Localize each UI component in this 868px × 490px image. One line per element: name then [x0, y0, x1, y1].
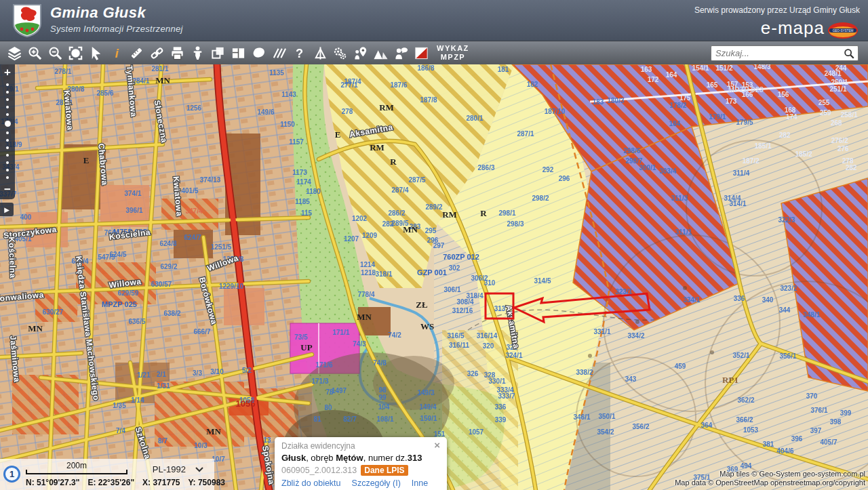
feedback-button[interactable]	[392, 44, 410, 62]
map-label: 276/2	[831, 137, 848, 144]
status-bar: 200m PL-1992 N: 51°09'27.3" E: 22°35'26"…	[0, 459, 214, 490]
map-label: 5/2	[242, 367, 252, 374]
map-viewport[interactable]: 79/1172/4318/9343/4337/7278/1280/8287/12…	[0, 64, 868, 490]
measure-button[interactable]	[127, 44, 146, 62]
streetview-button[interactable]	[189, 44, 207, 62]
map-label: 171/1	[332, 329, 349, 336]
map-label: 362/2	[737, 396, 754, 404]
zoom-level-dot[interactable]	[6, 154, 9, 157]
map-label: 333/7	[498, 392, 515, 400]
zoom-out-button[interactable]: −	[4, 184, 11, 195]
map-label: 346/1	[573, 413, 590, 421]
map-label: 292	[542, 166, 554, 173]
map-label: E	[83, 155, 90, 165]
zoom-level-dot[interactable]	[6, 91, 9, 94]
settings-button[interactable]	[331, 44, 349, 62]
svg-text:?: ?	[296, 47, 303, 60]
map-label: 381	[763, 441, 774, 448]
popup-title: Działka ewidencyjna	[281, 441, 355, 451]
map-label: 340	[762, 296, 774, 304]
map-label: 298/6	[623, 147, 640, 155]
map-label: 1053	[743, 426, 759, 434]
zoom-level-dot[interactable]	[6, 131, 9, 134]
map-label: 187/6	[390, 81, 407, 89]
zoom-in-button[interactable]	[26, 44, 44, 62]
wykaz-mpzp-button[interactable]: WYKAZ MPZP	[437, 44, 469, 61]
map-label: 347/4	[185, 207, 202, 215]
hatch-icon	[271, 45, 287, 61]
pointer-button[interactable]	[87, 44, 105, 62]
map-label: RM	[442, 209, 457, 220]
search-input[interactable]	[711, 48, 843, 58]
terrain-icon	[373, 45, 389, 61]
map-label: 181	[498, 66, 509, 73]
zoom-in-button[interactable]: +	[4, 67, 11, 78]
hatch-lines-button[interactable]	[270, 44, 288, 62]
map-label: 1057	[469, 428, 484, 436]
map-label: 666/7	[193, 328, 210, 335]
map-label: 400	[20, 213, 32, 221]
lpis-badge[interactable]: Dane LPIS	[361, 465, 408, 476]
zoom-level-dot[interactable]	[6, 169, 9, 171]
panel-expand-arrow-icon[interactable]: ▶	[0, 203, 14, 216]
map-label: 323/2	[780, 285, 797, 292]
map-label: 179/5	[736, 119, 753, 126]
zoom-level-dot[interactable]	[5, 121, 11, 127]
map-label: 404/6	[776, 447, 793, 455]
pointer-icon	[88, 45, 104, 61]
map-label: 331/1	[593, 328, 610, 335]
zoom-level-dot[interactable]	[6, 113, 9, 116]
map-label: 760ZP 012	[443, 253, 479, 261]
popup-link[interactable]: Inne	[412, 478, 428, 488]
service-note: Serwis prowadzony przez Urząd Gminy Głus…	[694, 5, 860, 15]
map-label: 344	[779, 306, 791, 314]
map-label: 10/3	[194, 442, 208, 449]
map-label: MN	[206, 426, 221, 436]
map-label: 629/59	[118, 289, 139, 297]
popup-link[interactable]: Zbliż do obiektu	[281, 478, 341, 488]
map-label: 287/1	[517, 130, 534, 138]
poi-guide-button[interactable]	[351, 44, 370, 62]
map-label: 1185	[295, 198, 310, 205]
blob-icon	[251, 45, 267, 61]
print-icon	[170, 45, 185, 61]
help-button[interactable]: ?	[290, 44, 309, 62]
zoom-level-dot[interactable]	[6, 139, 9, 142]
layout-icon	[231, 45, 246, 61]
layout-button[interactable]	[229, 44, 248, 62]
popup-link[interactable]: Szczegóły (I)	[352, 478, 401, 488]
close-icon[interactable]: ×	[434, 441, 440, 451]
link-icon	[149, 45, 165, 61]
zoom-level-dot[interactable]	[6, 161, 9, 164]
page-badge[interactable]: 1	[3, 466, 20, 483]
search-icon[interactable]	[843, 47, 855, 60]
map-label: 3/3	[193, 369, 202, 377]
info-button[interactable]: i	[107, 44, 125, 62]
map-label: ZŁ	[416, 300, 428, 310]
compare-windows-button[interactable]	[209, 44, 227, 62]
zoom-level-dot[interactable]	[6, 83, 9, 86]
zoom-level-dot[interactable]	[6, 98, 9, 101]
zoom-level-dot[interactable]	[6, 106, 9, 108]
polygon-button[interactable]	[250, 44, 268, 62]
zoom-extent-button[interactable]	[66, 44, 85, 62]
crs-selector[interactable]: PL-1992	[153, 464, 203, 474]
terrain-button[interactable]	[372, 44, 390, 62]
link-button[interactable]	[148, 44, 166, 62]
map-label: 149/4	[419, 403, 436, 411]
mpzp-symbol-button[interactable]	[412, 44, 431, 62]
projection-button[interactable]	[311, 44, 329, 62]
map-label: 277/1	[340, 81, 357, 89]
zoom-out-button[interactable]	[46, 44, 64, 62]
map-label: 401/5	[181, 187, 198, 195]
zoom-level-dot[interactable]	[6, 176, 9, 179]
print-button[interactable]	[168, 44, 186, 62]
map-label: 74/8	[373, 359, 387, 367]
map-label: 182	[527, 81, 538, 88]
map-label: 150/1	[420, 415, 437, 422]
zoom-level-dot[interactable]	[6, 146, 9, 149]
map-label: 306/1	[443, 286, 460, 293]
map-label: 316/11	[449, 342, 469, 349]
map-canvas[interactable]: 79/1172/4318/9343/4337/7278/1280/8287/12…	[0, 64, 868, 490]
layers-button[interactable]	[5, 44, 24, 62]
